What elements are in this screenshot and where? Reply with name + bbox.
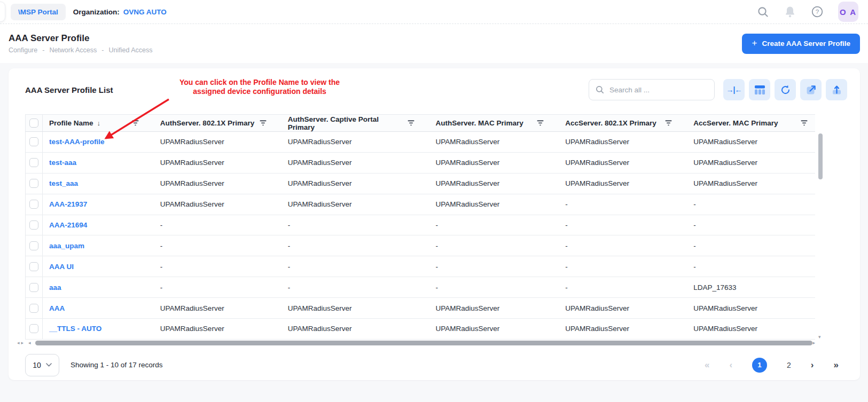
refresh-icon[interactable] — [775, 79, 796, 100]
cell-value: - — [687, 263, 815, 271]
row-checkbox[interactable] — [29, 324, 38, 333]
profile-name-link[interactable]: AAA-21937 — [49, 200, 87, 208]
last-page-icon[interactable]: » — [834, 360, 839, 371]
page-title: AAA Server Profile — [9, 33, 152, 44]
cell-value: UPAMRadiusServer — [429, 304, 559, 312]
breadcrumb-item-network-access[interactable]: Network Access — [49, 46, 97, 54]
cell-value: UPAMRadiusServer — [281, 159, 429, 167]
profile-name-link[interactable]: test-aaa — [49, 159, 76, 167]
table-row: test_aaaUPAMRadiusServerUPAMRadiusServer… — [26, 174, 815, 194]
horizontal-scroll-thumb[interactable] — [35, 341, 813, 345]
row-checkbox[interactable] — [29, 220, 38, 230]
cell-value: - — [687, 221, 815, 229]
row-checkbox[interactable] — [29, 283, 38, 292]
sidebar-edge-tab[interactable] — [0, 2, 5, 22]
cell-value: UPAMRadiusServer — [154, 179, 281, 187]
cell-value: UPAMRadiusServer — [281, 179, 429, 187]
cell-value: - — [559, 200, 687, 208]
column-header-authserver-802-1x-primary[interactable]: AuthServer. 802.1X Primary — [154, 119, 281, 127]
row-checkbox[interactable] — [29, 241, 38, 250]
column-header-authserver-captive-portal-primary[interactable]: AuthServer. Captive Portal Primary — [281, 115, 429, 131]
filter-icon[interactable] — [665, 120, 672, 126]
filter-icon[interactable] — [260, 120, 267, 126]
select-all-checkbox[interactable] — [29, 119, 38, 128]
help-icon[interactable]: ? — [811, 5, 824, 18]
chevron-down-icon — [46, 363, 52, 367]
table-row: AAA UI----- — [26, 256, 815, 277]
collapse-columns-icon[interactable]: →|← — [723, 79, 745, 100]
cell-value: UPAMRadiusServer — [281, 325, 429, 333]
vertical-scroll-thumb[interactable] — [818, 133, 823, 179]
filter-icon[interactable] — [132, 120, 139, 126]
row-checkbox[interactable] — [29, 200, 38, 209]
create-aaa-server-profile-button[interactable]: + Create AAA Server Profile — [742, 34, 860, 54]
scrollbar-right-arrow-icon[interactable]: ▸ — [812, 341, 815, 345]
column-header-profile-name[interactable]: Profile Name↓ — [43, 119, 154, 127]
profile-name-link[interactable]: aaa — [49, 283, 61, 291]
profile-name-link[interactable]: AAA UI — [49, 263, 74, 271]
scrollbar-down-arrow-icon[interactable]: ▾ — [818, 334, 821, 340]
filter-icon[interactable] — [537, 120, 544, 126]
column-header-accserver-mac-primary[interactable]: AccServer. MAC Primary — [687, 119, 815, 127]
cell-value: UPAMRadiusServer — [154, 304, 281, 312]
row-checkbox[interactable] — [29, 304, 38, 313]
table-row: aaa----LDAP_17633 — [26, 277, 815, 298]
profile-name-cell: AAA UI — [43, 263, 154, 271]
first-page-icon[interactable]: « — [705, 360, 709, 371]
sort-descending-icon[interactable]: ↓ — [97, 119, 101, 127]
vertical-scrollbar[interactable]: ▾ — [817, 132, 824, 340]
row-checkbox[interactable] — [29, 262, 38, 271]
export-icon[interactable] — [800, 79, 822, 100]
header-checkbox-cell — [26, 115, 43, 131]
cell-value: - — [559, 263, 687, 271]
table-body: test-AAA-profileUPAMRadiusServerUPAMRadi… — [25, 132, 815, 340]
row-checkbox-cell — [26, 174, 43, 194]
table-row: aaa_upam----- — [26, 235, 815, 256]
row-checkbox-cell — [26, 132, 43, 152]
search-icon[interactable] — [756, 5, 769, 18]
prev-page-icon[interactable]: ‹ — [729, 360, 732, 371]
profile-name-link[interactable]: AAA-21694 — [49, 221, 87, 229]
column-label: AuthServer. Captive Portal Primary — [288, 115, 404, 131]
cell-value: - — [429, 221, 559, 229]
page-size-dropdown[interactable]: 10 — [25, 354, 59, 376]
breadcrumb-item-configure[interactable]: Configure — [9, 46, 37, 54]
row-checkbox[interactable] — [29, 137, 38, 146]
table-columns-icon[interactable] — [749, 79, 770, 100]
cell-value: - — [429, 283, 559, 291]
page-button-2[interactable]: 2 — [787, 361, 791, 369]
bell-icon[interactable] — [784, 5, 796, 18]
upload-icon[interactable] — [826, 79, 847, 100]
topbar-actions: ? O A — [756, 2, 858, 22]
showing-records-text: Showing 1 - 10 of 17 records — [71, 361, 163, 369]
column-label: Profile Name — [49, 119, 93, 127]
row-checkbox[interactable] — [29, 179, 38, 188]
profile-name-link[interactable]: test_aaa — [49, 179, 78, 187]
row-checkbox-cell — [26, 298, 43, 318]
search-input[interactable] — [608, 85, 708, 94]
cell-value: - — [281, 283, 429, 291]
cell-value: - — [281, 221, 429, 229]
profile-name-link[interactable]: aaa_upam — [49, 242, 84, 250]
filter-icon[interactable] — [801, 120, 808, 126]
msp-portal-button[interactable]: \MSP Portal — [11, 4, 66, 20]
next-page-icon[interactable]: › — [811, 360, 814, 371]
breadcrumb-item-unified-access[interactable]: Unified Access — [108, 46, 152, 54]
avatar[interactable]: O A — [838, 2, 858, 22]
profile-name-link[interactable]: test-AAA-profile — [49, 138, 105, 146]
search-box — [589, 79, 715, 100]
column-nav-arrows[interactable]: ◂▸ — [17, 341, 24, 345]
panel-toolbar: AAA Server Profile List →|← — [9, 68, 860, 100]
breadcrumb-separator: - — [101, 46, 104, 54]
cell-value: - — [559, 221, 687, 229]
column-header-authserver-mac-primary[interactable]: AuthServer. MAC Primary — [429, 119, 559, 127]
row-checkbox[interactable] — [29, 158, 38, 167]
organization-value-link[interactable]: OVNG AUTO — [123, 8, 167, 16]
profile-name-link[interactable]: AAA — [49, 304, 65, 312]
horizontal-scrollbar[interactable]: ◂▸ ◂ ▸ — [17, 340, 815, 347]
filter-icon[interactable] — [408, 120, 415, 126]
page-button-1[interactable]: 1 — [752, 358, 767, 373]
column-header-accserver-802-1x-primary[interactable]: AccServer. 802.1X Primary — [559, 119, 687, 127]
profile-name-link[interactable]: __TTLS - AUTO — [49, 325, 101, 333]
column-label: AccServer. 802.1X Primary — [565, 119, 656, 127]
